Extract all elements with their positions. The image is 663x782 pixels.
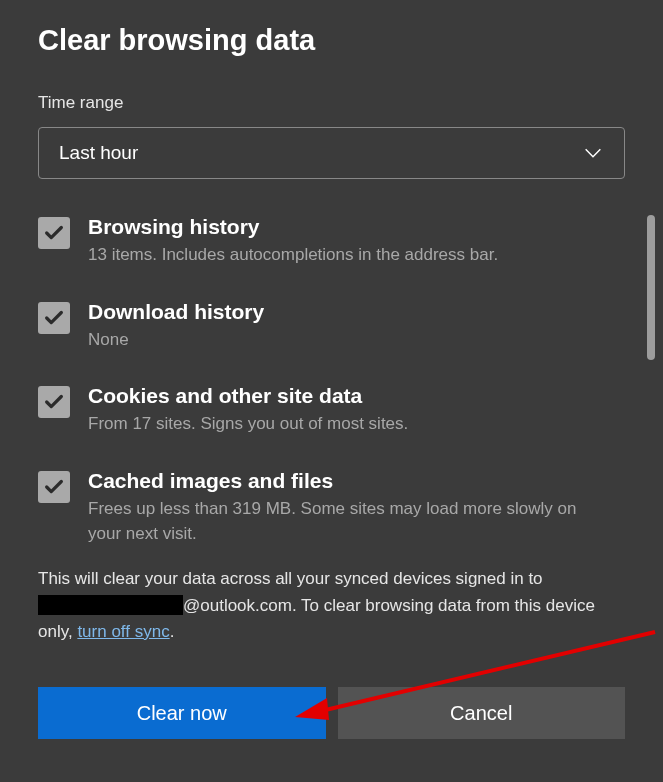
option-cached: Cached images and files Frees up less th… — [38, 469, 587, 546]
option-browsing-history: Browsing history 13 items. Includes auto… — [38, 215, 587, 268]
option-desc: None — [88, 328, 587, 353]
option-title: Browsing history — [88, 215, 587, 239]
time-range-value: Last hour — [59, 142, 138, 164]
time-range-label: Time range — [38, 93, 625, 113]
sync-notice: This will clear your data across all you… — [38, 566, 625, 645]
time-range-select[interactable]: Last hour — [38, 127, 625, 179]
option-desc: 13 items. Includes autocompletions in th… — [88, 243, 587, 268]
clear-now-button[interactable]: Clear now — [38, 687, 326, 739]
checkbox-cached[interactable] — [38, 471, 70, 503]
option-desc: Frees up less than 319 MB. Some sites ma… — [88, 497, 587, 546]
redacted-email — [38, 595, 183, 615]
option-download-history: Download history None — [38, 300, 587, 353]
checkbox-cookies[interactable] — [38, 386, 70, 418]
dialog-title: Clear browsing data — [38, 24, 625, 57]
option-title: Cached images and files — [88, 469, 587, 493]
option-title: Cookies and other site data — [88, 384, 587, 408]
option-title: Download history — [88, 300, 587, 324]
scrollbar[interactable] — [647, 215, 655, 360]
check-icon — [43, 476, 65, 498]
option-cookies: Cookies and other site data From 17 site… — [38, 384, 587, 437]
sync-notice-part3: . — [170, 622, 175, 641]
check-icon — [43, 222, 65, 244]
cancel-button[interactable]: Cancel — [338, 687, 626, 739]
checkbox-download-history[interactable] — [38, 302, 70, 334]
check-icon — [43, 391, 65, 413]
chevron-down-icon — [582, 142, 604, 164]
sync-notice-part1: This will clear your data across all you… — [38, 569, 543, 588]
checkbox-browsing-history[interactable] — [38, 217, 70, 249]
options-list: Browsing history 13 items. Includes auto… — [38, 215, 625, 546]
option-desc: From 17 sites. Signs you out of most sit… — [88, 412, 587, 437]
turn-off-sync-link[interactable]: turn off sync — [77, 622, 169, 641]
check-icon — [43, 307, 65, 329]
